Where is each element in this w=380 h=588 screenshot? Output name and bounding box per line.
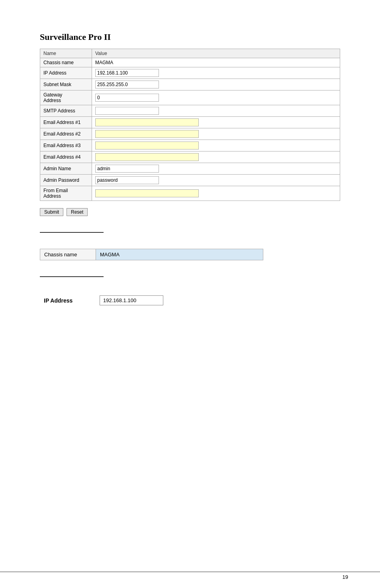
chassis-detail-value: MAGMA bbox=[96, 249, 263, 260]
row-label-from-email: From EmailAddress bbox=[40, 186, 92, 201]
row-value-admin-name[interactable] bbox=[92, 163, 340, 175]
row-label-subnet: Subnet Mask bbox=[40, 79, 92, 90]
row-value-gateway[interactable] bbox=[92, 90, 340, 105]
row-value-subnet[interactable] bbox=[92, 79, 340, 90]
chassis-detail-row: Chassis name MAGMA bbox=[40, 249, 263, 260]
row-label-ip: IP Address bbox=[40, 67, 92, 79]
table-row: Chassis name MAGMA bbox=[40, 58, 340, 67]
email1-input[interactable] bbox=[95, 118, 199, 126]
row-value-email4[interactable] bbox=[92, 151, 340, 163]
chassis-detail-label: Chassis name bbox=[40, 249, 96, 260]
table-row: Email Address #4 bbox=[40, 151, 340, 163]
table-row: From EmailAddress bbox=[40, 186, 340, 201]
ip-detail-section: IP Address bbox=[40, 293, 340, 308]
ip-detail-input[interactable] bbox=[100, 295, 163, 305]
table-row: Email Address #2 bbox=[40, 128, 340, 140]
table-row: IP Address bbox=[40, 67, 340, 79]
section-divider-2 bbox=[40, 276, 104, 277]
ip-address-input[interactable] bbox=[95, 69, 159, 77]
header-value-col: Value bbox=[92, 49, 340, 58]
page-number: 19 bbox=[343, 574, 348, 580]
row-value-email3[interactable] bbox=[92, 140, 340, 151]
table-row: SMTP Address bbox=[40, 105, 340, 117]
row-label-email4: Email Address #4 bbox=[40, 151, 92, 163]
row-value-smtp[interactable] bbox=[92, 105, 340, 117]
table-row: Email Address #1 bbox=[40, 117, 340, 128]
row-value-from-email[interactable] bbox=[92, 186, 340, 201]
chassis-detail-section: Chassis name MAGMA bbox=[40, 249, 340, 260]
header-name-col: Name bbox=[40, 49, 92, 58]
from-email-input[interactable] bbox=[95, 189, 199, 197]
row-label-chassis-name: Chassis name bbox=[40, 58, 92, 67]
table-row: GatewayAddress bbox=[40, 90, 340, 105]
row-label-admin-password: Admin Password bbox=[40, 175, 92, 186]
row-label-smtp: SMTP Address bbox=[40, 105, 92, 117]
email3-input[interactable] bbox=[95, 142, 199, 149]
row-label-email2: Email Address #2 bbox=[40, 128, 92, 140]
settings-table: Name Value Chassis name MAGMA IP Address… bbox=[40, 49, 340, 201]
row-value-email2[interactable] bbox=[92, 128, 340, 140]
row-label-email3: Email Address #3 bbox=[40, 140, 92, 151]
table-header-row: Name Value bbox=[40, 49, 340, 58]
row-label-gateway: GatewayAddress bbox=[40, 90, 92, 105]
email2-input[interactable] bbox=[95, 130, 199, 138]
table-row: Admin Password bbox=[40, 175, 340, 186]
subnet-mask-input[interactable] bbox=[95, 81, 159, 88]
table-row: Admin Name bbox=[40, 163, 340, 175]
form-buttons: Submit Reset bbox=[40, 208, 340, 216]
section-divider-1 bbox=[40, 232, 104, 233]
page-title: Surveillance Pro II bbox=[40, 32, 340, 42]
chassis-name-value: MAGMA bbox=[95, 60, 113, 65]
row-value-admin-password[interactable] bbox=[92, 175, 340, 186]
admin-name-input[interactable] bbox=[95, 165, 159, 173]
submit-button[interactable]: Submit bbox=[40, 208, 63, 216]
email4-input[interactable] bbox=[95, 153, 199, 161]
row-label-email1: Email Address #1 bbox=[40, 117, 92, 128]
reset-button[interactable]: Reset bbox=[67, 208, 88, 216]
ip-detail-label: IP Address bbox=[40, 293, 96, 308]
row-value-chassis-name[interactable]: MAGMA bbox=[92, 58, 340, 67]
gateway-address-input[interactable] bbox=[95, 94, 159, 102]
smtp-address-input[interactable] bbox=[95, 107, 159, 115]
bottom-divider bbox=[0, 572, 380, 572]
admin-password-input[interactable] bbox=[95, 176, 159, 184]
table-row: Email Address #3 bbox=[40, 140, 340, 151]
ip-detail-row: IP Address bbox=[40, 293, 167, 308]
table-row: Subnet Mask bbox=[40, 79, 340, 90]
chassis-detail-table: Chassis name MAGMA bbox=[40, 249, 263, 260]
row-label-admin-name: Admin Name bbox=[40, 163, 92, 175]
row-value-ip[interactable] bbox=[92, 67, 340, 79]
ip-detail-table: IP Address bbox=[40, 293, 167, 308]
row-value-email1[interactable] bbox=[92, 117, 340, 128]
ip-detail-value-cell[interactable] bbox=[96, 293, 167, 308]
